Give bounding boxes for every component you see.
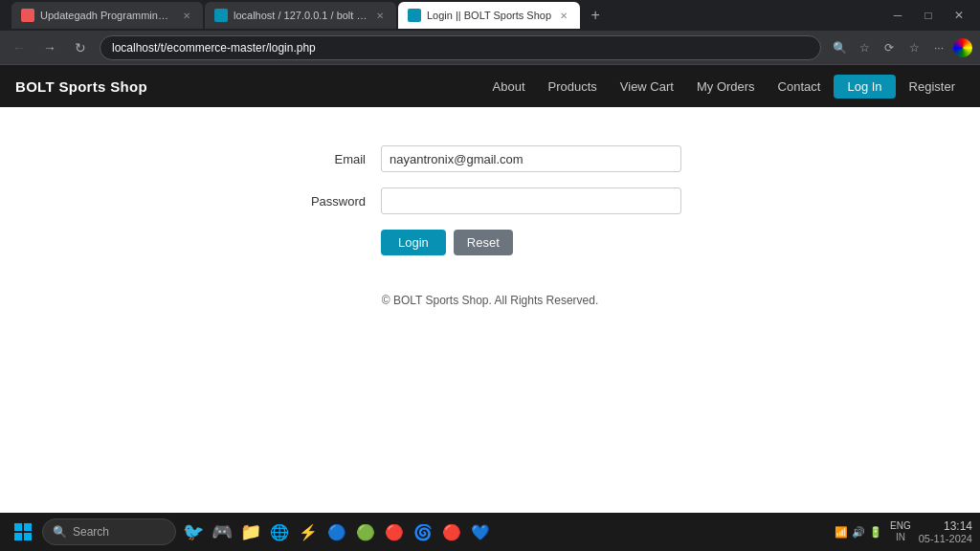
password-row: Password xyxy=(299,187,681,214)
search-icon: 🔍 xyxy=(53,525,67,539)
taskbar-icon-4[interactable]: 🌐 xyxy=(266,518,293,545)
svg-rect-0 xyxy=(14,523,22,531)
taskbar-left: 🔍 Search 🐦 🎮 📁 🌐 ⚡ xyxy=(8,517,494,547)
profile-icon[interactable] xyxy=(953,38,972,57)
nav-contact[interactable]: Contact xyxy=(768,76,831,98)
email-label: Email xyxy=(299,152,366,166)
taskbar-icon-3[interactable]: 📁 xyxy=(237,518,264,545)
taskbar-app-icons: 🐦 🎮 📁 🌐 ⚡ 🔵 🟢 xyxy=(180,518,494,545)
taskbar-icon-1[interactable]: 🐦 xyxy=(180,518,207,545)
taskbar-icon-9[interactable]: 🌀 xyxy=(410,518,436,545)
tab-label-2: localhost / 127.0.0.1 / bolt / phpM xyxy=(234,10,368,21)
main-content: Email Password Login Reset © BOLT Sports… xyxy=(0,107,980,551)
window-controls: ─ □ ✕ xyxy=(884,6,972,25)
svg-rect-2 xyxy=(14,533,22,540)
tab-label-3: Login || BOLT Sports Shop xyxy=(427,10,551,21)
navbar: BOLT Sports Shop About Products View Car… xyxy=(0,65,980,107)
tab-close-1[interactable]: ✕ xyxy=(180,9,193,22)
taskbar-icon-8[interactable]: 🔴 xyxy=(381,518,408,545)
taskbar-right: 📶 🔊 🔋 ENG IN 13:14 05-11-2024 xyxy=(835,519,972,544)
svg-rect-1 xyxy=(24,523,32,531)
tab-close-3[interactable]: ✕ xyxy=(557,9,570,22)
nav-login-button[interactable]: Log In xyxy=(834,75,895,99)
tabs-bar: Updategadh Programming - Upc ✕ localhost… xyxy=(8,2,884,29)
tab-login-bolt[interactable]: Login || BOLT Sports Shop ✕ xyxy=(398,2,580,29)
taskbar-icon-5[interactable]: ⚡ xyxy=(295,518,322,545)
password-input[interactable] xyxy=(381,187,681,214)
tab-close-2[interactable]: ✕ xyxy=(373,9,387,22)
taskbar-icon-11[interactable]: 💙 xyxy=(467,518,494,545)
nav-view-cart[interactable]: View Cart xyxy=(611,76,683,98)
clock-date: 05-11-2024 xyxy=(919,533,972,544)
language-indicator[interactable]: ENG IN xyxy=(890,520,911,543)
minimize-button[interactable]: ─ xyxy=(884,6,911,25)
login-form: Email Password Login Reset © BOLT Sports… xyxy=(299,145,681,307)
clock-time: 13:14 xyxy=(919,519,972,533)
wifi-icon[interactable]: 📶 xyxy=(835,526,848,539)
reset-button[interactable]: Reset xyxy=(454,230,513,255)
address-input[interactable] xyxy=(100,35,821,60)
search-icon[interactable]: 🔍 xyxy=(829,37,850,58)
tab-updategadh[interactable]: Updategadh Programming - Upc ✕ xyxy=(11,2,203,29)
tab-favicon-3 xyxy=(408,9,421,22)
volume-icon[interactable]: 🔊 xyxy=(852,526,865,539)
taskbar-icon-6[interactable]: 🔵 xyxy=(323,518,350,545)
maximize-button[interactable]: □ xyxy=(915,6,942,25)
taskbar: 🔍 Search 🐦 🎮 📁 🌐 ⚡ xyxy=(0,513,980,551)
password-label: Password xyxy=(299,194,366,209)
start-button[interactable] xyxy=(8,517,38,547)
taskbar-icon-7[interactable]: 🟢 xyxy=(352,518,379,545)
tab-label-1: Updategadh Programming - Upc xyxy=(40,10,174,21)
taskbar-icon-10[interactable]: 🔴 xyxy=(438,518,465,545)
nav-about[interactable]: About xyxy=(483,76,535,98)
nav-my-orders[interactable]: My Orders xyxy=(687,76,765,98)
system-clock: 13:14 05-11-2024 xyxy=(919,519,972,544)
refresh-button[interactable]: ↻ xyxy=(69,36,92,59)
address-icons: 🔍 ☆ ⟳ ☆ ··· xyxy=(829,37,972,58)
tab-phpmyadmin[interactable]: localhost / 127.0.0.1 / bolt / phpM ✕ xyxy=(205,2,396,29)
new-tab-button[interactable]: + xyxy=(582,2,609,29)
nav-products[interactable]: Products xyxy=(539,76,607,98)
star-icon[interactable]: ☆ xyxy=(854,37,875,58)
login-button[interactable]: Login xyxy=(381,230,446,255)
svg-rect-3 xyxy=(24,533,32,540)
nav-links: About Products View Cart My Orders Conta… xyxy=(483,75,965,99)
taskbar-search[interactable]: 🔍 Search xyxy=(42,518,176,545)
taskbar-icon-2[interactable]: 🎮 xyxy=(209,518,235,545)
footer-text: © BOLT Sports Shop. All Rights Reserved. xyxy=(299,294,681,307)
webpage: BOLT Sports Shop About Products View Car… xyxy=(0,65,980,551)
system-icons: 📶 🔊 🔋 xyxy=(835,526,882,539)
nav-brand: BOLT Sports Shop xyxy=(15,78,147,95)
battery-icon[interactable]: 🔋 xyxy=(869,526,882,539)
tab-favicon-1 xyxy=(21,9,34,22)
more-icon[interactable]: ··· xyxy=(928,37,949,58)
form-buttons: Login Reset xyxy=(381,230,681,255)
search-label: Search xyxy=(73,525,109,539)
email-input[interactable] xyxy=(381,145,681,172)
nav-register-button[interactable]: Register xyxy=(900,75,965,99)
address-bar: ← → ↻ 🔍 ☆ ⟳ ☆ ··· xyxy=(0,31,980,65)
refresh-icon[interactable]: ⟳ xyxy=(879,37,900,58)
forward-button[interactable]: → xyxy=(38,36,61,59)
tab-favicon-2 xyxy=(214,9,228,22)
close-button[interactable]: ✕ xyxy=(946,6,972,25)
bookmark-icon[interactable]: ☆ xyxy=(903,37,924,58)
email-row: Email xyxy=(299,145,681,172)
back-button[interactable]: ← xyxy=(8,36,31,59)
